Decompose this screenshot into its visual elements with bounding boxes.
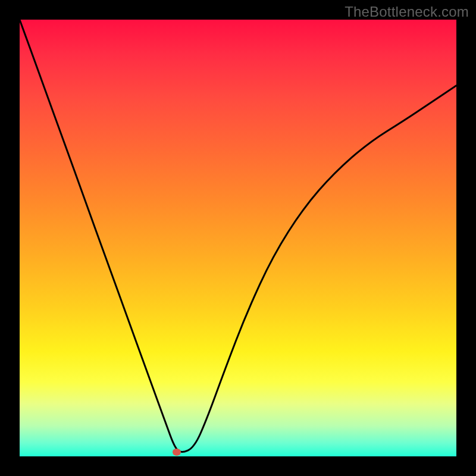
- chart-frame: TheBottleneck.com: [0, 0, 476, 476]
- bottleneck-curve: [20, 20, 456, 456]
- min-point-marker: [173, 449, 181, 456]
- watermark-text: TheBottleneck.com: [345, 4, 469, 20]
- plot-area: [20, 20, 456, 456]
